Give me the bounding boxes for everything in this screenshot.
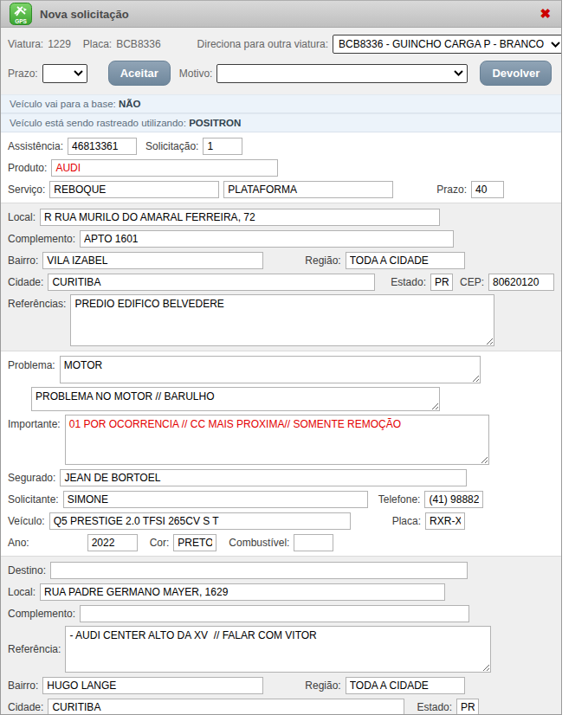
telefone-label: Telefone: [378,493,421,506]
destino-cidade-label: Cidade: [8,701,43,713]
veiculo-placa-label: Placa: [392,515,421,527]
chevron-down-icon [551,42,560,48]
notice-tracking-label: Veículo está sendo rastreado utilizando: [10,118,186,128]
combustivel-input[interactable] [294,534,333,551]
destino-bairro-label: Bairro: [8,680,38,692]
assistencia-label: Assistência: [8,140,63,152]
notice-base: Veículo vai para a base: NÃO [1,94,561,113]
cep-label: CEP: [460,276,484,288]
placa-label: Placa: [83,38,112,50]
regiao-input[interactable] [346,252,465,269]
segurado-label: Segurado: [8,472,55,484]
cep-input[interactable] [488,274,554,291]
cidade-input[interactable] [48,274,375,291]
destino-complemento-input[interactable] [80,605,469,622]
vehicle-info-row: Viatura: 1229 Placa: BCB8336 Direciona p… [1,31,561,57]
devolver-button[interactable]: Devolver [480,61,552,86]
motivo-label: Motivo: [179,68,213,80]
referencias-label: Referências: [8,298,66,310]
direciona-label: Direciona para outra viatura: [197,38,328,50]
servico-label: Serviço: [8,184,45,196]
destino-label: Destino: [8,564,46,577]
dialog-titlebar: GPS Nova solicitação ✖ [1,0,561,28]
servico-input[interactable] [49,181,219,198]
bairro-label: Bairro: [8,254,38,267]
veiculo-input[interactable] [49,512,351,530]
importante-textarea[interactable] [65,415,489,465]
dispatch-header: Viatura: 1229 Placa: BCB8336 Direciona p… [1,28,561,94]
solicitacao-input[interactable] [203,138,242,155]
destino-input[interactable] [50,562,468,579]
prazo-select-label: Prazo: [8,68,38,80]
destino-local-label: Local: [8,586,36,598]
problema-textarea[interactable] [60,356,481,383]
destino-estado-input[interactable] [456,699,479,715]
veiculo-placa-input[interactable] [425,512,465,530]
prazo-label: Prazo: [436,184,467,196]
chevron-down-icon [74,70,83,76]
placa-value: BCB8336 [116,38,160,50]
occurrence-section: Problema: Importante: Segurado: Solicita… [1,351,561,556]
prazo-input[interactable] [471,181,504,198]
combustivel-label: Combustível: [229,537,289,549]
complemento-label: Complemento: [8,233,75,245]
estado-input[interactable] [430,274,453,291]
destino-cidade-input[interactable] [48,699,404,715]
destino-estado-label: Estado: [417,701,452,713]
destino-regiao-input[interactable] [346,677,465,694]
action-row: Prazo: Aceitar Motivo: Devolver [1,57,561,89]
segurado-input[interactable] [60,469,467,486]
direciona-viatura-select[interactable]: BCB8336 - GUINCHO CARGA P - BRANCO - 122… [333,35,562,54]
destino-referencia-label: Referência: [8,643,61,655]
produto-input[interactable] [51,159,278,177]
dialog-title: Nova solicitação [40,8,530,21]
motivo-select[interactable] [216,64,468,83]
aceitar-button[interactable]: Aceitar [108,61,171,86]
origin-section: Local: Complemento: Bairro: Região: Cida… [1,203,561,351]
cor-input[interactable] [173,534,216,551]
local-label: Local: [8,211,36,223]
referencias-textarea[interactable] [70,294,494,346]
assistencia-input[interactable] [68,138,137,155]
destino-bairro-input[interactable] [42,677,263,694]
produto-label: Produto: [8,162,47,174]
estado-label: Estado: [391,276,426,288]
problema-label: Problema: [8,359,55,371]
bairro-input[interactable] [42,252,263,269]
service-section: Assistência: Solicitação: Produto: Servi… [1,132,561,203]
local-input[interactable] [40,209,440,226]
destino-regiao-label: Região: [305,680,340,692]
ano-label: Ano: [8,537,29,549]
nova-solicitacao-dialog: GPS Nova solicitação ✖ Viatura: 1229 Pla… [0,0,562,715]
destination-section: Destino: Local: Complemento: Referência:… [1,556,561,715]
solicitacao-label: Solicitação: [145,140,198,152]
solicitante-label: Solicitante: [8,493,59,506]
ano-input[interactable] [87,534,138,551]
prazo-select[interactable] [42,64,87,83]
solicitante-input[interactable] [63,491,368,508]
importante-label: Importante: [8,418,61,430]
cidade-label: Cidade: [8,276,43,288]
notice-base-value: NÃO [119,99,141,109]
viatura-label: Viatura: [8,38,43,50]
notice-base-label: Veículo vai para a base: [10,99,116,109]
viatura-value: 1229 [48,38,71,50]
complemento-input[interactable] [80,230,454,248]
gps-app-icon: GPS [10,3,32,25]
destino-local-input[interactable] [40,583,445,601]
destino-referencia-textarea[interactable] [65,626,491,673]
servico-tipo-input[interactable] [223,181,393,198]
cor-label: Cor: [150,537,170,549]
close-icon[interactable]: ✖ [538,6,552,22]
notice-tracking: Veículo está sendo rastreado utilizando:… [1,113,561,132]
notice-tracking-value: POSITRON [189,118,241,128]
problema-detalhe-textarea[interactable] [31,387,440,411]
telefone-input[interactable] [424,491,483,508]
regiao-label: Região: [305,254,340,267]
destino-complemento-label: Complemento: [8,608,75,620]
svg-text:GPS: GPS [15,18,27,24]
chevron-down-icon [454,70,463,76]
veiculo-label: Veículo: [8,515,45,527]
